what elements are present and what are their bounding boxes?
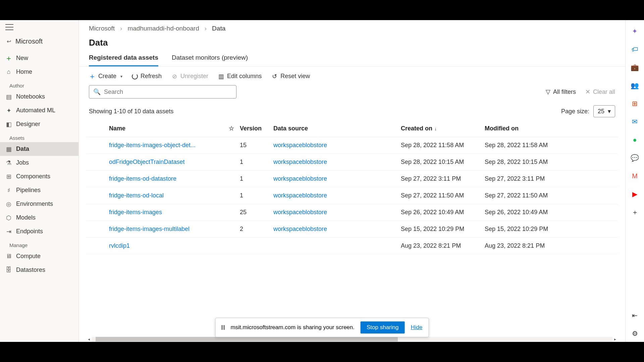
- nav-automl[interactable]: ✦ Automated ML: [0, 104, 78, 117]
- row-created: Sep 27, 2022 3:11 PM: [401, 175, 485, 182]
- table-row[interactable]: fridge-items-images-object-det...15works…: [86, 137, 618, 154]
- col-created[interactable]: Created on↓: [401, 125, 485, 132]
- col-name[interactable]: Name: [109, 125, 223, 132]
- chevron-right-icon: ›: [120, 25, 122, 32]
- row-datasource-link[interactable]: workspaceblobstore: [273, 192, 401, 199]
- row-datasource-link[interactable]: workspaceblobstore: [273, 226, 401, 233]
- row-datasource-link[interactable]: workspaceblobstore: [273, 209, 401, 216]
- table-row[interactable]: odFridgeObjectTrainDataset1workspaceblob…: [86, 154, 618, 171]
- table-row[interactable]: fridge-items-images-multilabel2workspace…: [86, 221, 618, 238]
- row-name-link[interactable]: rvlcdip1: [109, 242, 223, 249]
- row-name-link[interactable]: fridge-items-od-local: [109, 192, 223, 199]
- nav-compute[interactable]: 🖥 Compute: [0, 249, 78, 263]
- automl-icon: ✦: [5, 107, 12, 114]
- create-button[interactable]: ＋ Create ▾: [89, 73, 122, 80]
- row-name-link[interactable]: fridge-items-images-object-det...: [109, 142, 223, 149]
- row-created: Sep 15, 2022 10:29 PM: [401, 226, 485, 233]
- nav-notebooks[interactable]: ▤ Notebooks: [0, 90, 78, 104]
- search-icon: 🔍: [93, 88, 101, 96]
- nav-pipelines[interactable]: ♯ Pipelines: [0, 183, 78, 197]
- add-app-icon[interactable]: ＋: [631, 208, 639, 217]
- copilot-icon[interactable]: ✦: [631, 27, 639, 36]
- youtube-icon[interactable]: ▶: [631, 190, 639, 198]
- pause-icon: [222, 325, 225, 330]
- breadcrumb: Microsoft › madhumaddi-hd-onboard › Data: [79, 20, 625, 34]
- chevron-right-icon: ›: [205, 25, 207, 32]
- row-modified: Sep 27, 2022 11:50 AM: [485, 192, 569, 199]
- hamburger-menu-icon[interactable]: [5, 24, 13, 30]
- panel-toggle-icon[interactable]: ⇤: [631, 311, 639, 320]
- all-filters-button[interactable]: ▽ All filters: [546, 88, 576, 96]
- office-icon[interactable]: ⊞: [631, 99, 639, 108]
- row-version: 25: [240, 209, 273, 216]
- components-icon: ⊞: [5, 173, 12, 180]
- nav-home[interactable]: ⌂ Home: [0, 65, 78, 79]
- briefcase-icon[interactable]: 💼: [631, 63, 639, 72]
- tabs: Registered data assets Dataset monitors …: [79, 51, 625, 67]
- nav-environments[interactable]: ◎ Environments: [0, 197, 78, 211]
- row-modified: Sep 28, 2022 11:58 AM: [485, 142, 569, 149]
- stop-sharing-button[interactable]: Stop sharing: [361, 321, 405, 334]
- row-created: Sep 26, 2022 10:49 AM: [401, 209, 485, 216]
- row-modified: Sep 27, 2022 3:11 PM: [485, 175, 569, 182]
- table-row[interactable]: fridge-items-od-local1workspaceblobstore…: [86, 187, 618, 204]
- scroll-right-icon[interactable]: ▸: [612, 337, 618, 342]
- row-datasource-link[interactable]: workspaceblobstore: [273, 142, 401, 149]
- edit-columns-button[interactable]: ▥ Edit columns: [218, 73, 262, 80]
- breadcrumb-root[interactable]: Microsoft: [89, 25, 115, 32]
- col-modified[interactable]: Modified on: [485, 125, 569, 132]
- horizontal-scrollbar[interactable]: ◂ ▸: [86, 337, 618, 342]
- unregister-button: ⊘ Unregister: [171, 73, 208, 80]
- nav-jobs[interactable]: ⚗ Jobs: [0, 156, 78, 170]
- row-name-link[interactable]: fridge-items-images: [109, 209, 223, 216]
- reset-view-button[interactable]: ↺ Reset view: [271, 73, 310, 80]
- search-input-wrapper[interactable]: 🔍: [89, 85, 236, 99]
- breadcrumb-workspace[interactable]: madhumaddi-hd-onboard: [127, 25, 199, 32]
- hide-banner-link[interactable]: Hide: [411, 324, 422, 331]
- outlook-icon[interactable]: ✉: [631, 117, 639, 126]
- col-version[interactable]: Version: [240, 125, 273, 132]
- refresh-button[interactable]: Refresh: [132, 73, 162, 80]
- nav-new[interactable]: ＋ New: [0, 51, 78, 65]
- tab-registered-data-assets[interactable]: Registered data assets: [89, 51, 158, 66]
- nav-designer[interactable]: ◧ Designer: [0, 117, 78, 131]
- col-datasource[interactable]: Data source: [273, 125, 401, 132]
- nav-datastores[interactable]: 🗄 Datastores: [0, 263, 78, 277]
- tag-icon[interactable]: 🏷: [631, 45, 639, 54]
- table-row[interactable]: rvlcdip1Aug 23, 2022 8:21 PMAug 23, 2022…: [86, 238, 618, 254]
- toolbar: ＋ Create ▾ Refresh ⊘ Unregister ▥ Edit c…: [79, 67, 625, 82]
- main-content: Microsoft › madhumaddi-hd-onboard › Data…: [79, 20, 625, 342]
- designer-icon: ◧: [5, 121, 12, 128]
- people-icon[interactable]: 👥: [631, 81, 639, 90]
- row-name-link[interactable]: fridge-items-images-multilabel: [109, 226, 223, 233]
- row-name-link[interactable]: odFridgeObjectTrainDataset: [109, 159, 223, 166]
- settings-gear-icon[interactable]: ⚙: [631, 329, 639, 338]
- favorite-column-icon[interactable]: ☆: [223, 125, 240, 132]
- table-row[interactable]: fridge-items-images25workspaceblobstoreS…: [86, 204, 618, 221]
- tab-dataset-monitors[interactable]: Dataset monitors (preview): [172, 51, 248, 66]
- spotify-icon[interactable]: ●: [631, 135, 639, 144]
- flask-icon: ⚗: [5, 160, 12, 166]
- data-table: Name ☆ Version Data source Created on↓ M…: [79, 120, 625, 342]
- search-input[interactable]: [104, 88, 232, 96]
- nav-models[interactable]: ⬡ Models: [0, 211, 78, 225]
- row-modified: Sep 15, 2022 10:29 PM: [485, 226, 569, 233]
- nav-endpoints[interactable]: ⇥ Endpoints: [0, 225, 78, 238]
- filter-icon: ▽: [546, 88, 550, 96]
- nav-data[interactable]: ▦ Data: [0, 142, 78, 156]
- table-row[interactable]: fridge-items-od-datastore1workspaceblobs…: [86, 171, 618, 187]
- gmail-icon[interactable]: M: [631, 172, 639, 180]
- row-version: 1: [240, 192, 273, 199]
- pagesize-select[interactable]: 25 ▾: [593, 105, 615, 117]
- row-name-link[interactable]: fridge-items-od-datastore: [109, 175, 223, 182]
- row-datasource-link[interactable]: workspaceblobstore: [273, 159, 401, 166]
- row-created: Sep 28, 2022 10:15 AM: [401, 159, 485, 166]
- refresh-icon: [132, 73, 138, 79]
- nav-components[interactable]: ⊞ Components: [0, 170, 78, 183]
- page-title: Data: [79, 34, 625, 51]
- scroll-left-icon[interactable]: ◂: [86, 337, 92, 342]
- row-datasource-link[interactable]: workspaceblobstore: [273, 175, 401, 182]
- left-sidebar: ↩ Microsoft ＋ New ⌂ Home Author ▤ Notebo…: [0, 20, 79, 342]
- messenger-icon[interactable]: 💬: [631, 154, 639, 162]
- workspace-switcher[interactable]: ↩ Microsoft: [0, 34, 78, 51]
